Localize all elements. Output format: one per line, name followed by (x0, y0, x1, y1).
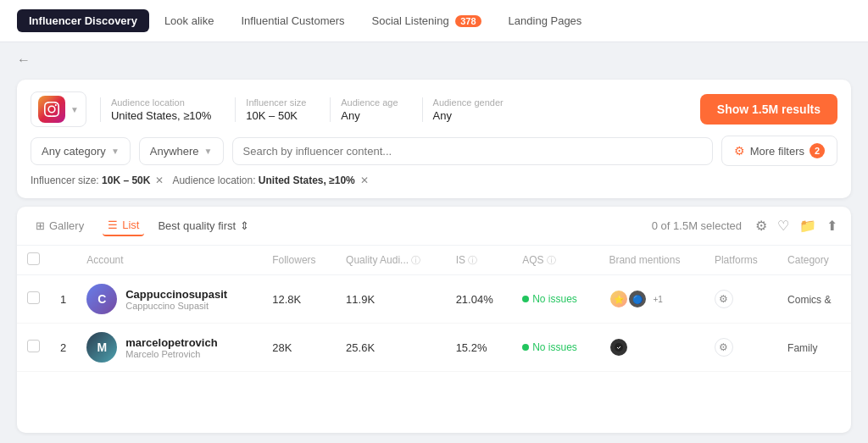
show-results-button[interactable]: Show 1.5M results (700, 94, 837, 125)
quality-aud-cell: 25.6K (336, 324, 446, 372)
quality-aud-info-icon[interactable]: ⓘ (411, 255, 420, 265)
gallery-view-button[interactable]: ⊞ Gallery (31, 216, 89, 235)
account-name: Cappuccinosupasit (125, 288, 227, 301)
no-issues-dot (522, 344, 529, 351)
table-container: Account Followers Quality Audi... ⓘ IS ⓘ… (17, 246, 851, 433)
brand-icons: ⭐ 🔵 +1 (609, 289, 694, 309)
col-quality-aud: Quality Audi... ⓘ (336, 246, 446, 275)
table-row: 1 C Cappuccinosupasit Cappuccino Supasit… (17, 275, 851, 324)
followers-cell: 12.8K (262, 275, 336, 324)
platform-chevron-icon: ▼ (70, 105, 79, 114)
col-account: Account (76, 246, 262, 275)
row-checkbox[interactable] (27, 340, 40, 352)
brand-plus: +1 (653, 295, 662, 304)
platform-icon: ⚙ (715, 338, 733, 357)
brand-mentions-cell (598, 324, 704, 372)
sort-button[interactable]: Best quality first ⇕ (158, 219, 249, 232)
brand-mentions-cell: ⭐ 🔵 +1 (598, 275, 704, 324)
aqs-cell: No issues (512, 275, 598, 324)
quality-aud-cell: 11.9K (336, 275, 446, 324)
category-tag: Comics & (787, 294, 831, 306)
list-icon: ☰ (108, 219, 118, 231)
brand-avatar (609, 337, 629, 357)
account-handle: Marcelo Petrovich (125, 349, 217, 359)
col-platforms: Platforms (704, 246, 777, 275)
col-aqs: AQS ⓘ (512, 246, 598, 275)
col-num (50, 246, 76, 275)
row-checkbox[interactable] (27, 291, 40, 304)
filter-row-secondary: Any category ▼ Anywhere ▼ ⚙ More filters… (31, 136, 837, 166)
category-chevron-icon: ▼ (111, 147, 120, 156)
list-view-button[interactable]: ☰ List (103, 215, 144, 236)
account-handle: Cappuccino Supasit (125, 301, 227, 311)
top-nav: Influencer Discovery Look alike Influent… (0, 0, 868, 42)
col-is: IS ⓘ (446, 246, 513, 275)
tab-social-listening[interactable]: Social Listening 378 (360, 9, 493, 32)
size-filter-tag: Influencer size: 10K – 50K ✕ (31, 174, 164, 186)
brand-avatar: ⭐ (609, 289, 629, 309)
aqs-info-icon[interactable]: ⓘ (547, 255, 556, 265)
location-select[interactable]: Anywhere ▼ (139, 137, 224, 165)
row-number: 1 (50, 275, 76, 324)
followers-cell: 28K (262, 324, 336, 372)
aqs-value: No issues (532, 341, 577, 353)
category-cell: Comics & (777, 275, 851, 324)
more-filters-button[interactable]: ⚙ More filters 2 (721, 136, 837, 166)
folder-icon[interactable]: 📁 (799, 218, 816, 234)
toolbar-icons: ⚙ ♡ 📁 ⬆ (755, 218, 837, 234)
platforms-cell: ⚙ (704, 275, 777, 324)
aqs-value: No issues (532, 293, 577, 305)
filter-card: ▼ Audience location United States, ≥10% … (17, 80, 851, 198)
no-issues-dot (522, 296, 529, 302)
row-number: 2 (50, 324, 76, 372)
category-tag: Family (787, 342, 817, 354)
sort-icon: ⇕ (240, 219, 249, 232)
influencer-size-filter[interactable]: Influencer size 10K – 50K (235, 97, 316, 122)
content-search-input[interactable] (232, 137, 713, 165)
aqs-cell: No issues (512, 324, 598, 372)
select-all-checkbox[interactable] (27, 252, 40, 265)
brand-icons (609, 337, 694, 357)
size-filter-remove[interactable]: ✕ (155, 174, 164, 186)
table-toolbar: ⊞ Gallery ☰ List Best quality first ⇕ 0 … (17, 207, 851, 246)
is-cell: 21.04% (446, 275, 513, 324)
account-name: marcelopetrovich (125, 336, 217, 349)
category-cell: Family (777, 324, 851, 372)
tab-landing-pages[interactable]: Landing Pages (497, 9, 594, 32)
filter-row-primary: ▼ Audience location United States, ≥10% … (31, 91, 837, 127)
filter-icon: ⚙ (734, 144, 745, 158)
more-filters-badge: 2 (810, 143, 825, 158)
svg-point-0 (615, 343, 623, 352)
platforms-cell: ⚙ (704, 324, 777, 372)
settings-icon[interactable]: ⚙ (755, 218, 767, 234)
is-info-icon[interactable]: ⓘ (468, 255, 477, 265)
main-content: ← ▼ Audience location United States, ≥10… (0, 42, 868, 443)
row-checkbox-cell[interactable] (17, 275, 50, 324)
avatar: M (86, 332, 117, 363)
location-filter-remove[interactable]: ✕ (360, 174, 369, 186)
col-brand-mentions: Brand mentions (598, 246, 704, 275)
row-checkbox-cell[interactable] (17, 324, 50, 372)
brand-avatar: 🔵 (627, 289, 648, 309)
tab-influencer-discovery[interactable]: Influencer Discovery (17, 9, 149, 32)
audience-age-filter[interactable]: Audience age Any (330, 97, 408, 122)
platform-selector[interactable]: ▼ (31, 91, 86, 127)
col-checkbox (17, 246, 50, 275)
audience-location-filter[interactable]: Audience location United States, ≥10% (100, 97, 221, 122)
col-category: Category (777, 246, 851, 275)
tab-influential-customers[interactable]: Influential Customers (229, 9, 356, 32)
favorites-icon[interactable]: ♡ (777, 218, 789, 234)
back-button[interactable]: ← (17, 53, 851, 68)
table-row: 2 M marcelopetrovich Marcelo Petrovich 2… (17, 324, 851, 372)
export-icon[interactable]: ⬆ (826, 218, 837, 234)
location-chevron-icon: ▼ (204, 147, 213, 156)
account-cell: C Cappuccinosupasit Cappuccino Supasit (76, 275, 262, 324)
is-cell: 15.2% (446, 324, 513, 372)
category-select[interactable]: Any category ▼ (31, 137, 131, 165)
audience-gender-filter[interactable]: Audience gender Any (422, 97, 514, 122)
table-section: ⊞ Gallery ☰ List Best quality first ⇕ 0 … (17, 207, 851, 433)
tab-look-alike[interactable]: Look alike (153, 9, 226, 32)
social-listening-badge: 378 (455, 15, 481, 27)
location-filter-tag: Audience location: United States, ≥10% ✕ (172, 174, 368, 186)
instagram-icon (38, 96, 65, 123)
